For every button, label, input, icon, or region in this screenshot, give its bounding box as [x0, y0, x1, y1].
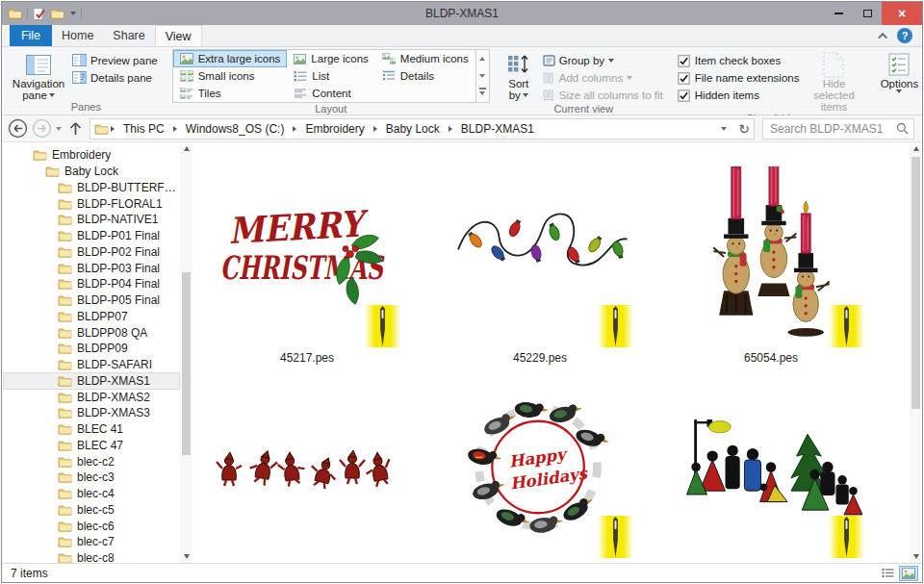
gallery-more-icon[interactable]: [476, 85, 489, 102]
group-by-button[interactable]: Group by: [540, 52, 666, 68]
properties-icon[interactable]: [33, 8, 45, 20]
file-item[interactable]: [213, 375, 401, 562]
thumbnail-view-toggle[interactable]: [899, 566, 918, 581]
sidebar-folder-item[interactable]: blec-c8: [4, 550, 179, 563]
address-dropdown-icon[interactable]: [715, 119, 732, 139]
help-icon[interactable]: ?: [897, 28, 912, 43]
folder-name: BLDP-P01 Final: [77, 229, 160, 242]
navigation-pane-button[interactable]: Navigation pane: [12, 50, 65, 101]
new-folder-icon[interactable]: [50, 8, 64, 19]
minimize-ribbon-icon[interactable]: [878, 32, 887, 41]
folder-name: blec-c7: [77, 535, 115, 548]
sidebar-folder-item[interactable]: BLEC 47: [4, 438, 179, 454]
forward-button[interactable]: [32, 118, 52, 139]
file-item[interactable]: 65054.pes: [677, 165, 865, 365]
file-item[interactable]: 45229.pes: [446, 165, 634, 365]
search-icon[interactable]: [896, 122, 909, 135]
minimize-button[interactable]: [824, 2, 853, 25]
sidebar-folder-item[interactable]: blec-c4: [4, 486, 179, 502]
gallery-scroll-down-icon[interactable]: [476, 67, 489, 85]
sidebar-folder-item[interactable]: blec-c5: [4, 502, 179, 519]
sidebar-folder-item[interactable]: BLDP-P01 Final: [4, 228, 179, 244]
gallery-scroll-up-icon[interactable]: [476, 50, 489, 67]
breadcrumb-separator-icon[interactable]: [171, 126, 179, 132]
file-item[interactable]: Happy Holidays: [446, 375, 634, 562]
sidebar-folder-item[interactable]: BLDP-BUTTERFLY1: [4, 180, 179, 196]
sidebar-scrollbar[interactable]: [180, 142, 192, 563]
up-button[interactable]: [65, 121, 86, 136]
sidebar-folder-item[interactable]: BLDP-XMAS2: [4, 389, 179, 405]
sidebar-folder-item[interactable]: blec-c3: [4, 470, 179, 486]
main-scrollbar[interactable]: [910, 142, 922, 563]
sidebar-folder-item[interactable]: BLDP-P04 Final: [4, 276, 179, 292]
sidebar-folder-item[interactable]: blec-c6: [4, 518, 179, 534]
search-input[interactable]: [770, 122, 896, 136]
sidebar-folder-item[interactable]: BLDP-SAFARI: [4, 357, 179, 373]
sidebar-folder-item[interactable]: BLDP-XMAS3: [4, 405, 179, 421]
sidebar-folder-item[interactable]: Baby Lock: [4, 164, 179, 180]
breadcrumb-separator-icon[interactable]: [109, 126, 116, 132]
sidebar-folder-item[interactable]: BLDP-P02 Final: [4, 244, 179, 261]
file-item[interactable]: MERRY CHRISTMAS: [213, 165, 401, 365]
back-button[interactable]: [8, 118, 28, 139]
sidebar-folder-item[interactable]: Embroidery: [4, 147, 179, 164]
details-pane-button[interactable]: Details pane: [69, 69, 161, 86]
breadcrumb-drive[interactable]: Windows8_OS (C:): [179, 122, 292, 136]
sidebar-folder-item[interactable]: BLEC 41: [4, 421, 179, 438]
sidebar-folder-item[interactable]: BLDP-FLORAL1: [4, 195, 179, 212]
explorer-app-icon: [8, 8, 22, 19]
sidebar-folder-item[interactable]: BLDP-NATIVE1: [4, 212, 179, 228]
tab-home[interactable]: Home: [52, 25, 103, 46]
layout-option-large-icons[interactable]: Large icons: [287, 50, 374, 67]
sort-by-button[interactable]: Sort by: [501, 50, 536, 101]
add-columns-button[interactable]: Add columns: [540, 69, 666, 86]
recent-locations-dropdown-icon[interactable]: [56, 127, 62, 131]
layout-option-small-icons[interactable]: Small icons: [173, 67, 288, 85]
sidebar-folder-item[interactable]: BLDP-P03 Final: [4, 260, 179, 276]
size-all-columns-button[interactable]: Size all columns to fit: [540, 87, 666, 103]
maximize-button[interactable]: [853, 2, 882, 25]
file-name-extensions-checkbox[interactable]: File name extensions: [678, 69, 800, 87]
sidebar-folder-item[interactable]: BLDPP09: [4, 341, 179, 357]
breadcrumb-separator-icon[interactable]: [447, 126, 454, 132]
main-scrollbar-thumb[interactable]: [911, 157, 920, 409]
scroll-down-icon[interactable]: [180, 550, 192, 563]
layout-option-content[interactable]: Content: [287, 85, 374, 102]
scroll-up-icon[interactable]: [910, 142, 922, 155]
breadcrumb-separator-icon[interactable]: [372, 126, 379, 132]
file-item[interactable]: [677, 375, 865, 562]
sidebar-folder-item[interactable]: BLDPP08 QA: [4, 324, 179, 341]
layout-option-list[interactable]: List: [287, 67, 374, 85]
sidebar-scrollbar-thumb[interactable]: [182, 272, 191, 455]
tab-share[interactable]: Share: [103, 25, 154, 46]
breadcrumb-separator-icon[interactable]: [291, 126, 298, 132]
breadcrumb-this-pc[interactable]: This PC: [116, 122, 171, 136]
hidden-items-checkbox[interactable]: Hidden items: [678, 87, 800, 104]
layout-option-medium-icons[interactable]: Medium icons: [375, 50, 475, 67]
sidebar-folder-item[interactable]: blec-c7: [4, 534, 179, 550]
breadcrumb-baby-lock[interactable]: Baby Lock: [379, 122, 447, 136]
preview-pane-button[interactable]: Preview pane: [69, 52, 161, 68]
up-arrow-icon: [69, 121, 82, 136]
sidebar-folder-item[interactable]: blec-c2: [4, 453, 179, 470]
breadcrumb-embroidery[interactable]: Embroidery: [298, 122, 371, 136]
layout-option-tiles[interactable]: Tiles: [173, 85, 288, 102]
qat-customize-dropdown-icon[interactable]: [70, 12, 76, 15]
scroll-up-icon[interactable]: [180, 142, 192, 155]
item-check-boxes-checkbox[interactable]: Item check boxes: [678, 52, 800, 69]
options-button[interactable]: Options: [876, 50, 922, 93]
tab-file[interactable]: File: [10, 25, 52, 46]
scroll-down-icon[interactable]: [910, 550, 922, 563]
close-button[interactable]: ×: [882, 2, 922, 25]
tab-view[interactable]: View: [155, 25, 202, 46]
refresh-icon[interactable]: ↻: [734, 119, 754, 139]
sidebar-folder-item[interactable]: BLDP-P05 Final: [4, 292, 179, 309]
layout-option-details[interactable]: Details: [375, 67, 475, 85]
hide-selected-items-button[interactable]: Hide selected items: [803, 50, 864, 113]
checkbox-checked-icon: [678, 72, 690, 85]
details-view-toggle[interactable]: [878, 566, 897, 581]
sidebar-folder-item[interactable]: BLDP-XMAS1: [4, 373, 179, 390]
sidebar-folder-item[interactable]: BLDPP07: [4, 309, 179, 325]
breadcrumb-current-folder[interactable]: BLDP-XMAS1: [454, 122, 541, 136]
layout-option-extra-large-icons[interactable]: Extra large icons: [173, 50, 288, 67]
